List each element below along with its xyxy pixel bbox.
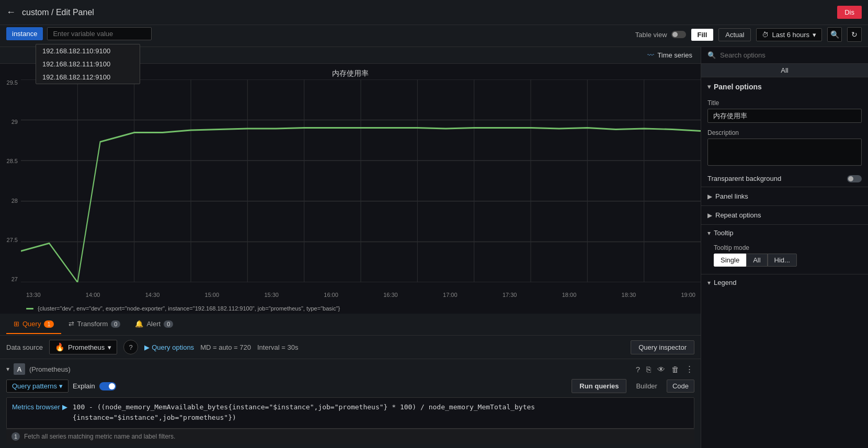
time-range-picker[interactable]: ⏱ Last 6 hours ▾ (756, 28, 822, 41)
tooltip-section: ▾ Tooltip Tooltip mode Single All Hid... (701, 225, 868, 274)
query-inspector-button[interactable]: Query inspector (631, 340, 694, 354)
panel-type-label[interactable]: 〰 Time series (647, 51, 692, 59)
time-series-icon: 〰 (647, 51, 654, 59)
panel-type-text: Time series (657, 51, 692, 59)
query-more-button[interactable]: ⋮ (684, 363, 694, 375)
dropdown-item-1[interactable]: 192.168.182.111:9100 (36, 58, 140, 71)
legend-color (26, 308, 33, 309)
zoom-icon: 🔍 (830, 30, 839, 39)
time-icon: ⏱ (762, 31, 769, 39)
query-hint-row: 1 Fetch all series matching metric name … (6, 429, 694, 444)
query-eye-button[interactable]: 👁 (656, 364, 666, 375)
query-header: ▾ A (Prometheus) ? ⎘ 👁 🗑 ⋮ (6, 363, 694, 375)
search-options-bar: 🔍 (701, 47, 868, 64)
chart-area: 〰 Time series 内存使用率 29.5 29 28.5 28 27.5… (0, 47, 701, 448)
search-options-input[interactable] (720, 51, 862, 59)
search-icon: 🔍 (707, 51, 716, 59)
query-options-label: Query options (152, 343, 194, 351)
query-md-label: MD = auto = 720 (200, 343, 251, 351)
explain-label: Explain (73, 382, 95, 390)
tab-transform[interactable]: ⇄ Transform 0 (61, 315, 128, 334)
hint-text: Fetch all series matching metric name an… (24, 433, 175, 440)
query-tab-icon: ⊞ (14, 320, 19, 328)
panel-links-chevron: ▶ (707, 193, 712, 200)
alert-tab-badge: 0 (164, 320, 173, 328)
datasource-help-button[interactable]: ? (123, 340, 138, 354)
metrics-browser-arrow: ▶ (62, 403, 67, 411)
collapse-button[interactable]: ▾ (6, 365, 9, 373)
builder-button[interactable]: Builder (631, 380, 662, 392)
x-axis: 13:30 14:00 14:30 15:00 15:30 16:00 16:3… (21, 292, 701, 298)
dropdown-item-2[interactable]: 192.168.182.112:9100 (36, 71, 140, 84)
prometheus-icon: 🔥 (55, 342, 65, 352)
explain-toggle[interactable] (99, 382, 116, 390)
run-queries-button[interactable]: Run queries (572, 379, 626, 393)
panel-links-header[interactable]: ▶ Panel links (701, 187, 868, 206)
query-code-text: 100 - ((node_memory_MemAvailable_bytes{i… (73, 402, 535, 422)
tab-alert[interactable]: 🔔 Alert 0 (128, 315, 180, 334)
panel-options-header[interactable]: ▾ Panel options (701, 77, 868, 96)
table-view-toggle[interactable]: Table view (635, 31, 686, 39)
query-patterns-chevron: ▾ (59, 382, 63, 390)
actual-button[interactable]: Actual (718, 28, 751, 41)
description-textarea[interactable] (707, 139, 862, 166)
variable-dropdown[interactable]: 192.168.182.110:9100 192.168.182.111:910… (36, 44, 140, 84)
panel-options-label: Panel options (714, 83, 762, 91)
query-actions: ? ⎘ 👁 🗑 ⋮ (635, 363, 694, 375)
tooltip-header[interactable]: ▾ Tooltip (707, 229, 862, 237)
query-patterns-button[interactable]: Query patterns ▾ (6, 380, 68, 393)
panel-links-label: Panel links (715, 192, 748, 200)
refresh-button[interactable]: ↻ (847, 27, 862, 42)
query-copy-button[interactable]: ⎘ (645, 364, 652, 375)
instance-variable-badge[interactable]: instance (6, 27, 43, 40)
query-interval-label: Interval = 30s (257, 343, 298, 351)
table-view-label: Table view (635, 31, 667, 39)
query-editor: ▾ A (Prometheus) ? ⎘ 👁 🗑 ⋮ Query pattern… (0, 359, 701, 448)
query-tab-label: Query (22, 320, 41, 328)
metrics-browser-button[interactable]: Metrics browser ▶ (12, 402, 67, 412)
query-letter-badge: A (14, 363, 25, 375)
legend-section-header[interactable]: ▾ Legend (707, 279, 862, 286)
top-bar: ← custom / Edit Panel Dis (0, 0, 868, 25)
tooltip-single-button[interactable]: Single (714, 254, 746, 267)
query-tab-badge: 1 (44, 320, 53, 328)
chart-svg (21, 79, 701, 282)
tab-query[interactable]: ⊞ Query 1 (6, 315, 61, 334)
datasource-selector[interactable]: 🔥 Prometheus ▾ (49, 340, 117, 354)
variable-input[interactable] (47, 27, 152, 40)
tooltip-all-button[interactable]: All (746, 254, 767, 267)
time-range-label: Last 6 hours (772, 31, 809, 39)
query-delete-button[interactable]: 🗑 (670, 364, 680, 375)
chart-line-area (21, 79, 701, 282)
query-line-1: 100 - ((node_memory_MemAvailable_bytes{i… (73, 402, 535, 412)
fill-button[interactable]: Fill (691, 29, 714, 41)
description-field: Description (701, 126, 868, 170)
title-input[interactable] (707, 109, 862, 123)
datasource-chevron: ▾ (108, 343, 111, 351)
main-layout: 〰 Time series 内存使用率 29.5 29 28.5 28 27.5… (0, 47, 868, 448)
query-help-button[interactable]: ? (635, 364, 641, 375)
query-options-button[interactable]: ▶ Query options (144, 343, 194, 351)
discard-button[interactable]: Dis (837, 6, 862, 19)
tooltip-hidden-button[interactable]: Hid... (768, 254, 797, 267)
table-view-switch[interactable] (671, 31, 686, 38)
dropdown-item-0[interactable]: 192.168.182.110:9100 (36, 44, 140, 58)
refresh-icon: ↻ (851, 30, 858, 39)
repeat-options-label: Repeat options (715, 211, 761, 219)
tooltip-mode-row: Single All Hid... (714, 254, 855, 267)
query-controls: Query patterns ▾ Explain Run queries Bui… (6, 379, 694, 393)
repeat-options-header[interactable]: ▶ Repeat options (701, 206, 868, 225)
tooltip-mode-label: Tooltip mode (714, 244, 855, 251)
page-title: custom / Edit Panel (22, 8, 831, 17)
query-tabs: ⊞ Query 1 ⇄ Transform 0 🔔 Alert 0 (0, 314, 701, 336)
all-button[interactable]: All (701, 64, 868, 77)
transparent-bg-label: Transparent background (707, 175, 781, 182)
zoom-out-button[interactable]: 🔍 (827, 27, 842, 42)
variable-row: instance 192.168.182.110:9100 192.168.18… (0, 25, 868, 47)
tooltip-mode-field: Tooltip mode Single All Hid... (707, 241, 862, 270)
time-range-chevron: ▾ (813, 31, 816, 39)
transparent-bg-toggle[interactable] (847, 175, 862, 182)
panel-options-chevron: ▾ (707, 83, 711, 90)
code-button[interactable]: Code (667, 380, 694, 393)
back-button[interactable]: ← (6, 7, 16, 18)
